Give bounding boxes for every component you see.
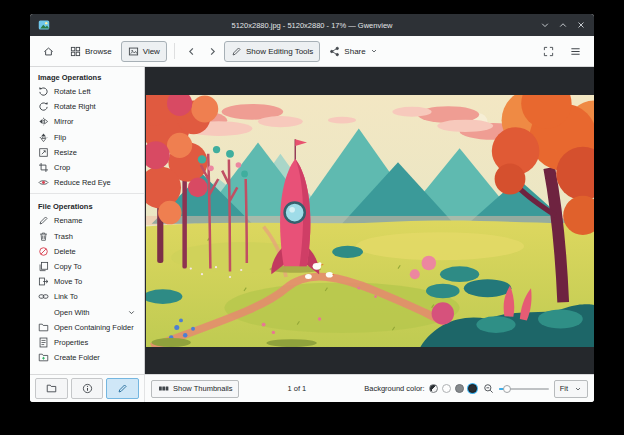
- sidebar-item-rotate-left[interactable]: Rotate Left: [30, 84, 144, 99]
- rotate-left-icon: [38, 86, 49, 97]
- sidebar-item-label: Delete: [54, 247, 76, 256]
- previous-button[interactable]: [182, 41, 201, 62]
- delete-icon: [38, 246, 49, 257]
- sidebar-item-mirror[interactable]: Mirror: [30, 114, 144, 129]
- sidebar-item-rename[interactable]: Rename: [30, 213, 144, 228]
- chevron-down-icon: [574, 385, 582, 393]
- tab-information[interactable]: [71, 378, 104, 399]
- sidebar-item-label: Rotate Right: [54, 102, 96, 111]
- sidebar-item-label: Rotate Left: [54, 87, 91, 96]
- blank-icon: [38, 307, 49, 318]
- home-icon: [43, 46, 54, 57]
- image-counter: 1 of 1: [287, 384, 306, 393]
- image-operations-header: Image Operations: [30, 67, 144, 84]
- sidebar-item-properties[interactable]: Properties: [30, 335, 144, 350]
- window-controls: [540, 20, 586, 30]
- background-neutral-swatch[interactable]: [455, 384, 464, 393]
- image-viewport[interactable]: [145, 67, 594, 374]
- sidebar-item-label: Link To: [54, 292, 78, 301]
- sidebar-item-create-folder[interactable]: Create Folder: [30, 350, 144, 365]
- share-icon: [329, 46, 340, 57]
- chevron-down-icon: [370, 47, 378, 55]
- red-eye-icon: [38, 177, 49, 188]
- move-icon: [38, 276, 49, 287]
- flip-icon: [38, 132, 49, 143]
- sidebar-item-link-to[interactable]: Link To: [30, 289, 144, 304]
- view-image-icon: [128, 46, 139, 57]
- gwenview-window: 5120x2880.jpg - 5120x2880 - 17% — Gwenvi…: [30, 14, 594, 402]
- sidebar-item-label: Rename: [54, 216, 82, 225]
- gwenview-app-icon: [38, 19, 50, 31]
- home-button[interactable]: [36, 41, 61, 62]
- sidebar-item-label: Create Folder: [54, 353, 100, 362]
- rename-icon: [38, 215, 49, 226]
- titlebar[interactable]: 5120x2880.jpg - 5120x2880 - 17% — Gwenvi…: [30, 14, 594, 36]
- sidebar-item-reduce-red-eye[interactable]: Reduce Red Eye: [30, 175, 144, 190]
- sidebar-item-copy-to[interactable]: Copy To: [30, 259, 144, 274]
- sidebar-tabs: [30, 375, 145, 402]
- menu-button[interactable]: [563, 41, 588, 62]
- sidebar-item-label: Resize: [54, 148, 77, 157]
- sidebar-item-move-to[interactable]: Move To: [30, 274, 144, 289]
- pencil-icon: [231, 46, 242, 57]
- share-button[interactable]: Share: [322, 41, 384, 62]
- sidebar-item-label: Trash: [54, 232, 73, 241]
- trash-icon: [38, 231, 49, 242]
- sidebar-item-label: Move To: [54, 277, 82, 286]
- fullscreen-button[interactable]: [536, 41, 561, 62]
- document-properties-icon: [38, 337, 49, 348]
- zoom-slider[interactable]: [499, 383, 549, 395]
- show-thumbnails-button[interactable]: Show Thumbnails: [151, 380, 239, 398]
- copy-icon: [38, 261, 49, 272]
- content-area: Image Operations Rotate Left Rotate Righ…: [30, 67, 594, 374]
- folder-icon: [46, 383, 57, 394]
- show-editing-tools-label: Show Editing Tools: [246, 47, 313, 56]
- sidebar-item-rotate-right[interactable]: Rotate Right: [30, 99, 144, 114]
- tab-operations[interactable]: [106, 378, 139, 399]
- arrow-left-icon: [186, 46, 197, 57]
- zoom-slider-handle[interactable]: [503, 385, 511, 393]
- background-light-swatch[interactable]: [442, 384, 451, 393]
- view-label: View: [143, 47, 160, 56]
- toolbar-separator: [174, 43, 175, 59]
- new-folder-icon: [38, 352, 49, 363]
- minimize-button[interactable]: [540, 20, 550, 30]
- zoom-mode-select[interactable]: Fit: [554, 380, 588, 398]
- rotate-right-icon: [38, 101, 49, 112]
- browse-label: Browse: [85, 47, 112, 56]
- sidebar-item-label: Copy To: [54, 262, 81, 271]
- sidebar-item-flip[interactable]: Flip: [30, 130, 144, 145]
- background-auto-swatch[interactable]: [429, 384, 438, 393]
- mirror-icon: [38, 116, 49, 127]
- background-color-group: Background color:: [364, 384, 476, 393]
- sidebar-item-delete[interactable]: Delete: [30, 244, 144, 259]
- sidebar-item-trash[interactable]: Trash: [30, 229, 144, 244]
- browse-grid-icon: [70, 46, 81, 57]
- sidebar-item-resize[interactable]: Resize: [30, 145, 144, 160]
- sidebar-item-crop[interactable]: Crop: [30, 160, 144, 175]
- sidebar-item-label: Flip: [54, 133, 66, 142]
- background-dark-swatch[interactable]: [468, 384, 477, 393]
- main-toolbar: Browse View Show Editing Tools Share: [30, 36, 594, 67]
- sidebar-item-label: Crop: [54, 163, 70, 172]
- next-button[interactable]: [203, 41, 222, 62]
- statusbar: Show Thumbnails 1 of 1 Background color:: [145, 375, 594, 402]
- zoom-mode-value: Fit: [560, 384, 568, 393]
- close-button[interactable]: [576, 20, 586, 30]
- maximize-button[interactable]: [558, 20, 568, 30]
- image-content: [146, 95, 594, 347]
- operations-sidebar: Image Operations Rotate Left Rotate Righ…: [30, 67, 145, 374]
- zoom-out-icon[interactable]: [483, 383, 494, 394]
- tab-folders[interactable]: [35, 378, 68, 399]
- view-button[interactable]: View: [121, 41, 167, 62]
- sidebar-item-label: Mirror: [54, 117, 74, 126]
- sidebar-item-label: Open With: [54, 308, 89, 317]
- sidebar-divider: [30, 193, 144, 194]
- sidebar-item-open-containing-folder[interactable]: Open Containing Folder: [30, 320, 144, 335]
- pencil-icon: [117, 383, 128, 394]
- sidebar-item-open-with[interactable]: Open With: [30, 304, 144, 319]
- show-editing-tools-button[interactable]: Show Editing Tools: [224, 41, 320, 62]
- browse-button[interactable]: Browse: [63, 41, 119, 62]
- folder-icon: [38, 322, 49, 333]
- bottom-bar: Show Thumbnails 1 of 1 Background color:: [30, 374, 594, 402]
